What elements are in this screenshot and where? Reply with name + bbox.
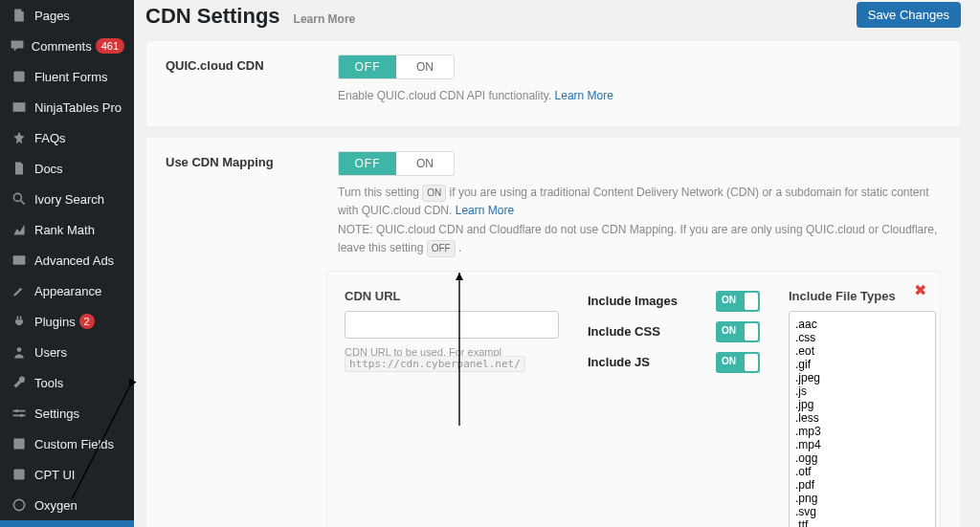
sidebar-item-label: Appearance	[34, 284, 101, 298]
include-images-label: Include Images	[588, 294, 678, 308]
sidebar-item-ivory-search[interactable]: Ivory Search	[0, 184, 134, 214]
include-images-toggle[interactable]: ON	[716, 291, 760, 312]
sidebar-item-faqs[interactable]: FAQs	[0, 122, 134, 153]
users-icon	[10, 342, 29, 362]
fluent-forms-icon	[10, 67, 29, 86]
svg-rect-0	[13, 71, 24, 81]
sidebar-item-label: Oxygen	[34, 498, 78, 513]
sidebar-item-plugins[interactable]: Plugins2	[0, 306, 134, 337]
toggle-off[interactable]: OFF	[339, 152, 396, 175]
sidebar-item-label: Rank Math	[34, 223, 95, 237]
cpt-ui-icon	[10, 465, 29, 484]
quic-cdn-toggle[interactable]: OFF ON	[338, 55, 455, 79]
sidebar-item-ninjatables[interactable]: NinjaTables Pro	[0, 92, 134, 122]
sidebar-item-litespeed-cache[interactable]: LiteSpeed Cache	[0, 520, 134, 527]
toggle-on[interactable]: ON	[396, 152, 454, 175]
on-tag: ON	[422, 185, 446, 202]
sidebar-item-advanced-ads[interactable]: Advanced Ads	[0, 245, 134, 275]
sidebar-item-pages[interactable]: Pages	[0, 0, 134, 31]
toggle-off[interactable]: OFF	[339, 55, 396, 78]
plugins-icon	[10, 312, 29, 331]
svg-point-6	[20, 414, 23, 417]
cdn-mapping-description: Turn this setting ON if you are using a …	[338, 184, 941, 257]
svg-rect-7	[13, 438, 24, 449]
svg-point-4	[17, 347, 22, 352]
svg-point-5	[15, 409, 18, 412]
sidebar-item-label: Settings	[34, 406, 79, 421]
sidebar-item-users[interactable]: Users	[0, 337, 134, 367]
sidebar-item-fluent-forms[interactable]: Fluent Forms	[0, 61, 134, 92]
tools-icon	[10, 373, 29, 392]
sidebar-item-label: CPT UI	[34, 468, 75, 482]
learn-more-link[interactable]: Learn More	[456, 204, 514, 217]
cdn-url-hint: CDN URL to be used. For examplhttps://cd…	[345, 346, 559, 370]
sidebar-item-label: Comments	[32, 39, 92, 54]
save-changes-button[interactable]: Save Changes	[857, 2, 961, 28]
learn-more-link[interactable]: Learn More	[294, 12, 356, 26]
sidebar-item-label: Advanced Ads	[34, 253, 114, 268]
sidebar-item-label: Plugins	[34, 315, 76, 329]
sidebar-item-comments[interactable]: Comments461	[0, 31, 134, 61]
appearance-icon	[10, 281, 29, 300]
advanced-ads-icon	[10, 251, 29, 270]
sidebar-item-oxygen[interactable]: Oxygen	[0, 490, 134, 520]
sidebar-item-rank-math[interactable]: Rank Math	[0, 214, 134, 245]
sidebar-item-label: Tools	[34, 376, 63, 390]
svg-rect-8	[13, 469, 24, 479]
comments-icon	[10, 36, 26, 55]
include-js-toggle[interactable]: ON	[716, 352, 760, 373]
remove-mapping-icon[interactable]: ✖	[914, 281, 926, 299]
docs-icon	[10, 159, 29, 178]
admin-sidebar: Pages Comments461 Fluent Forms NinjaTabl…	[0, 0, 134, 527]
pages-icon	[10, 6, 29, 25]
sidebar-item-label: FAQs	[34, 131, 66, 145]
page-title: CDN SettingsLearn More	[145, 4, 355, 29]
off-tag: OFF	[427, 240, 456, 257]
sidebar-item-label: Fluent Forms	[34, 70, 108, 84]
cdn-url-label: CDN URL	[345, 289, 559, 303]
sidebar-item-label: Ivory Search	[34, 192, 104, 207]
sidebar-item-label: Custom Fields	[34, 437, 114, 451]
include-filetypes-textarea[interactable]	[789, 311, 936, 527]
settings-icon	[10, 404, 29, 423]
svg-rect-3	[13, 255, 26, 265]
cdn-url-input[interactable]	[345, 311, 559, 339]
svg-point-9	[13, 499, 24, 510]
search-icon	[10, 189, 29, 209]
sidebar-item-cpt-ui[interactable]: CPT UI	[0, 459, 134, 490]
sidebar-item-label: NinjaTables Pro	[34, 100, 122, 115]
sidebar-item-appearance[interactable]: Appearance	[0, 275, 134, 306]
svg-point-2	[13, 193, 21, 201]
pin-icon	[10, 128, 29, 147]
include-css-label: Include CSS	[588, 324, 660, 339]
sidebar-item-label: Users	[34, 345, 67, 360]
sidebar-item-label: Pages	[34, 9, 70, 23]
sidebar-item-docs[interactable]: Docs	[0, 153, 134, 184]
learn-more-link[interactable]: Learn More	[555, 89, 613, 102]
cdn-mapping-section: Use CDN Mapping OFF ON Turn this setting…	[145, 137, 961, 527]
svg-rect-1	[13, 102, 26, 112]
cdn-mapping-label: Use CDN Mapping	[166, 151, 338, 169]
cdn-mapping-toggle[interactable]: OFF ON	[338, 151, 455, 176]
cdn-mapping-config-box: ✖ CDN URL CDN URL to be used. For exampl…	[326, 271, 941, 527]
main-content: CDN SettingsLearn More Save Changes QUIC…	[134, 0, 980, 527]
toggle-on[interactable]: ON	[396, 55, 454, 78]
quic-cdn-label: QUIC.cloud CDN	[166, 55, 338, 73]
ninjatables-icon	[10, 98, 29, 117]
rank-math-icon	[10, 220, 29, 239]
plugins-update-badge: 2	[79, 314, 95, 329]
include-css-toggle[interactable]: ON	[716, 321, 760, 342]
cdn-url-example: https://cdn.cyberpanel.net/	[345, 356, 525, 372]
sidebar-item-tools[interactable]: Tools	[0, 367, 134, 398]
include-js-label: Include JS	[588, 355, 650, 369]
oxygen-icon	[10, 495, 29, 515]
sidebar-item-label: Docs	[34, 162, 63, 176]
sidebar-item-custom-fields[interactable]: Custom Fields	[0, 428, 134, 459]
sidebar-item-settings[interactable]: Settings	[0, 398, 134, 428]
custom-fields-icon	[10, 434, 29, 453]
quic-cdn-section: QUIC.cloud CDN OFF ON Enable QUIC.cloud …	[145, 40, 961, 127]
quic-cdn-description: Enable QUIC.cloud CDN API functionality.…	[338, 87, 941, 105]
comments-count-badge: 461	[96, 38, 124, 54]
